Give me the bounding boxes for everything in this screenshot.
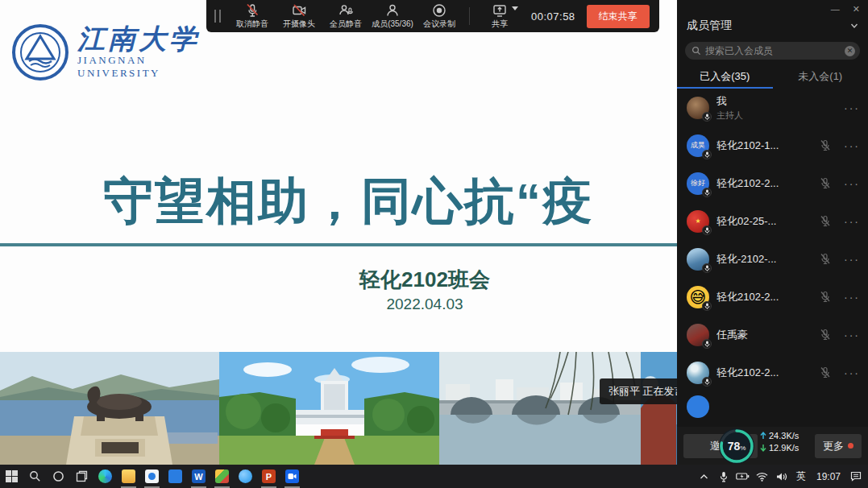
action-center-icon[interactable] bbox=[847, 465, 865, 488]
taskbar-app-stocks[interactable] bbox=[210, 465, 234, 488]
mic-badge-icon bbox=[702, 377, 712, 387]
avatar-initials: 徐好 bbox=[691, 178, 705, 188]
mic-slash-icon bbox=[244, 3, 260, 18]
member-more-button[interactable]: ··· bbox=[844, 253, 860, 266]
photo-main-building bbox=[219, 352, 439, 465]
edge-icon bbox=[98, 469, 112, 483]
members-label: 成员(35/36) bbox=[372, 19, 413, 30]
minimize-icon[interactable]: — bbox=[831, 5, 840, 14]
gauge-percent: 78% bbox=[717, 427, 756, 465]
share-button[interactable]: 共享 bbox=[476, 0, 523, 32]
mic-badge-icon bbox=[702, 188, 712, 197]
taskbar-app-baidu-netdisk[interactable] bbox=[140, 465, 164, 488]
share-label: 共享 bbox=[492, 19, 508, 30]
member-row[interactable]: 😅 轻化2102-2... ··· bbox=[677, 278, 868, 316]
start-button[interactable] bbox=[0, 465, 23, 488]
member-icon bbox=[384, 3, 401, 18]
member-more-button[interactable]: ··· bbox=[844, 366, 860, 379]
chevron-down-icon[interactable] bbox=[850, 22, 858, 30]
taskbar-app-blue-doc[interactable] bbox=[164, 465, 187, 488]
member-row[interactable]: 轻化-2102-... ··· bbox=[677, 240, 868, 278]
member-more-button[interactable]: ··· bbox=[844, 329, 860, 341]
tray-wifi-icon[interactable] bbox=[754, 465, 771, 488]
search-clear-icon[interactable]: ✕ bbox=[845, 46, 855, 56]
member-search[interactable]: ✕ bbox=[685, 42, 860, 60]
tray-chevron-up-icon[interactable] bbox=[696, 465, 713, 488]
record-button[interactable]: 会议录制 bbox=[416, 0, 463, 32]
member-row-partial[interactable] bbox=[677, 391, 868, 419]
taskbar-app-edge[interactable] bbox=[93, 465, 117, 488]
record-icon bbox=[431, 3, 447, 18]
member-row[interactable]: ★ 轻化02-25-... ··· bbox=[677, 202, 868, 240]
camera-on-button[interactable]: 开摄像头 bbox=[276, 0, 322, 32]
member-more-button[interactable]: ··· bbox=[844, 291, 860, 304]
mic-muted-icon bbox=[818, 253, 833, 266]
university-seal-icon bbox=[11, 23, 69, 81]
share-dropdown-caret-icon[interactable] bbox=[512, 6, 518, 10]
member-list[interactable]: 我 主持人 ··· 成昊 轻化2102-1... ··· bbox=[677, 89, 868, 427]
tab-joined[interactable]: 已入会(35) bbox=[677, 64, 773, 89]
camera-slash-icon bbox=[291, 3, 307, 18]
mic-muted-icon bbox=[818, 329, 833, 341]
windows-logo-icon bbox=[6, 470, 18, 482]
qq-browser-icon bbox=[239, 469, 252, 483]
university-logo: 江南大学 JIANGNAN UNIVERSITY bbox=[11, 21, 218, 84]
member-more-button[interactable]: ··· bbox=[844, 177, 860, 190]
avatar bbox=[687, 248, 709, 271]
mic-muted-icon bbox=[818, 215, 833, 228]
mic-badge-icon bbox=[702, 263, 712, 273]
clock[interactable]: 19:07 bbox=[812, 471, 845, 482]
mic-muted-icon bbox=[818, 366, 833, 379]
windows-taskbar: W P bbox=[0, 465, 868, 488]
photo-arch-bridge bbox=[439, 352, 641, 465]
camera-on-label: 开摄像头 bbox=[283, 19, 315, 30]
close-icon[interactable]: ✕ bbox=[853, 5, 860, 14]
taskbar-app-file-explorer[interactable] bbox=[117, 465, 140, 488]
unmute-label: 取消静音 bbox=[236, 19, 268, 30]
member-more-button[interactable]: ··· bbox=[844, 101, 860, 114]
toolbar-drag-handle[interactable] bbox=[214, 10, 221, 23]
task-view-button[interactable] bbox=[70, 465, 93, 488]
member-role: 主持人 bbox=[716, 110, 844, 122]
search-input[interactable] bbox=[705, 45, 845, 56]
member-row[interactable]: 轻化2102-2... ··· bbox=[677, 354, 868, 391]
panel-footer: 邀请 78% 24.3K/s bbox=[677, 427, 868, 465]
meeting-toolbar: 取消静音 开摄像头 全员静音 成员(35/36) bbox=[206, 0, 659, 32]
share-screen-icon bbox=[492, 3, 508, 18]
tab-not-joined[interactable]: 未入会(1) bbox=[773, 64, 868, 89]
member-row[interactable]: 任禹豪 ··· bbox=[677, 316, 868, 354]
member-name: 我 bbox=[716, 94, 844, 109]
tray-mic-icon[interactable] bbox=[715, 465, 733, 488]
taskbar-app-tencent-meeting[interactable] bbox=[280, 465, 304, 488]
ime-indicator[interactable]: 英 bbox=[792, 465, 810, 488]
member-name: 轻化02-25-... bbox=[716, 214, 818, 229]
tray-speaker-icon[interactable] bbox=[773, 465, 791, 488]
mic-muted-icon bbox=[818, 291, 833, 304]
flag-star-icon: ★ bbox=[695, 217, 700, 225]
member-row[interactable]: 我 主持人 ··· bbox=[677, 89, 868, 126]
mic-muted-icon bbox=[818, 139, 833, 152]
taskbar-search-button[interactable] bbox=[23, 465, 47, 488]
tray-battery-icon[interactable] bbox=[734, 465, 752, 488]
end-share-button[interactable]: 结束共享 bbox=[587, 5, 650, 28]
member-row[interactable]: 成昊 轻化2102-1... ··· bbox=[677, 126, 868, 164]
mute-all-button[interactable]: 全员静音 bbox=[322, 0, 369, 32]
member-more-button[interactable]: ··· bbox=[844, 215, 860, 228]
member-more-button[interactable]: ··· bbox=[844, 139, 860, 152]
member-name: 轻化2102-2... bbox=[716, 176, 818, 191]
university-name-en: JIANGNAN UNIVERSITY bbox=[77, 54, 218, 80]
unmute-button[interactable]: 取消静音 bbox=[229, 0, 276, 32]
download-arrow-icon bbox=[760, 444, 766, 452]
cortana-button[interactable] bbox=[47, 465, 70, 488]
taskbar-app-powerpoint[interactable]: P bbox=[257, 465, 280, 488]
more-button[interactable]: 更多 bbox=[815, 434, 862, 458]
taskbar-app-word[interactable]: W bbox=[187, 465, 210, 488]
users-mute-icon bbox=[338, 3, 354, 18]
avatar: 成昊 bbox=[687, 134, 709, 157]
mic-badge-icon bbox=[702, 301, 712, 311]
taskbar-app-qq-browser[interactable] bbox=[234, 465, 257, 488]
member-row[interactable]: 徐好 轻化2102-2... ··· bbox=[677, 164, 868, 202]
members-button[interactable]: 成员(35/36) bbox=[369, 0, 416, 32]
notification-dot bbox=[848, 443, 853, 449]
meeting-timer: 00:07:58 bbox=[531, 10, 575, 23]
